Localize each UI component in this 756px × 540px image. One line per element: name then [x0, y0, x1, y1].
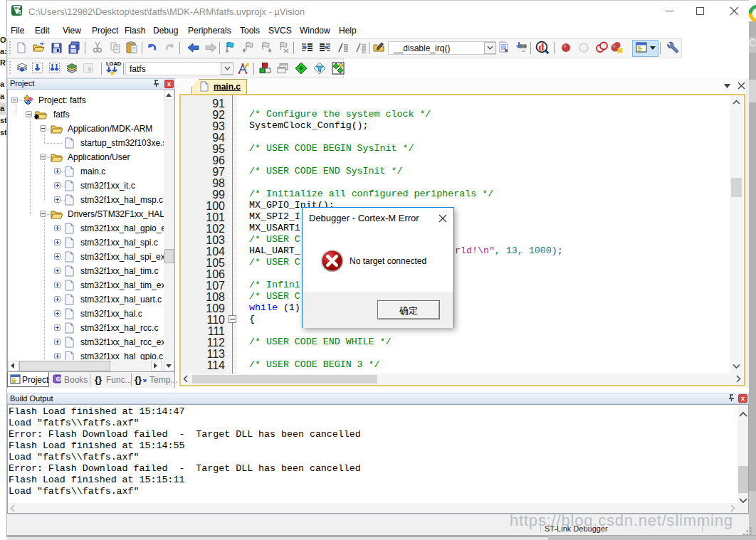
svg-text:LOAD: LOAD: [106, 60, 122, 67]
svg-text:d: d: [538, 42, 544, 53]
svg-text:5: 5: [18, 9, 21, 16]
svg-text:?: ?: [57, 377, 60, 382]
